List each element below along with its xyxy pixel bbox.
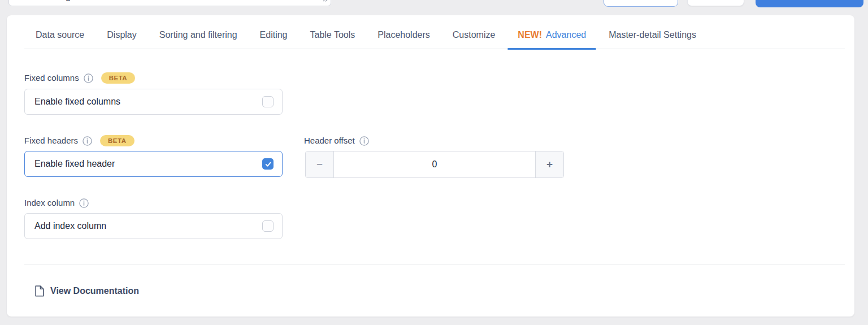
tab-master-detail-settings[interactable]: Master-detail Settings: [597, 21, 708, 49]
toolbar-secondary-button[interactable]: [604, 0, 678, 7]
enable-fixed-columns-row[interactable]: Enable fixed columns: [24, 89, 283, 115]
beta-badge: BETA: [100, 135, 134, 146]
index-column-label-row: Index column: [24, 197, 89, 209]
tab-sorting-and-filtering[interactable]: Sorting and filtering: [148, 21, 249, 49]
settings-card: Data source Display Sorting and filterin…: [7, 15, 854, 317]
fixed-columns-label: Fixed columns: [24, 73, 79, 83]
textarea[interactable]: g: [8, 0, 331, 6]
tab-bar: Data source Display Sorting and filterin…: [24, 21, 845, 49]
tab-customize[interactable]: Customize: [441, 21, 507, 49]
toolbar-cancel-button[interactable]: [687, 0, 744, 6]
header-offset-label-row: Header offset: [304, 135, 369, 146]
divider: [24, 265, 845, 265]
tab-table-tools[interactable]: Table Tools: [299, 21, 367, 49]
tab-placeholders[interactable]: Placeholders: [366, 21, 441, 49]
new-flag: NEW!: [518, 30, 542, 40]
tab-advanced[interactable]: NEW! Advanced: [506, 21, 597, 49]
enable-fixed-header-checkbox[interactable]: [262, 158, 274, 170]
enable-fixed-header-label: Enable fixed header: [34, 159, 115, 169]
document-icon: [35, 285, 44, 297]
info-icon[interactable]: [84, 73, 93, 83]
enable-fixed-columns-label: Enable fixed columns: [34, 97, 120, 107]
enable-fixed-header-row[interactable]: Enable fixed header: [24, 151, 283, 177]
fixed-headers-label-row: Fixed headers BETA: [24, 135, 134, 146]
view-documentation-label: View Documentation: [50, 286, 139, 296]
toolbar-primary-button[interactable]: [756, 0, 863, 7]
resize-handle-icon[interactable]: [322, 0, 329, 5]
header-offset-label: Header offset: [304, 136, 355, 145]
beta-badge: BETA: [101, 72, 135, 84]
decrement-button[interactable]: −: [306, 151, 334, 177]
tab-editing[interactable]: Editing: [249, 21, 299, 49]
index-column-label: Index column: [24, 198, 75, 207]
add-index-column-label: Add index column: [34, 221, 106, 231]
fixed-columns-label-row: Fixed columns BETA: [24, 72, 135, 84]
enable-fixed-columns-checkbox[interactable]: [262, 96, 274, 107]
textarea-text: g: [66, 0, 71, 1]
view-documentation-link[interactable]: View Documentation: [35, 285, 139, 297]
add-index-column-row[interactable]: Add index column: [24, 213, 283, 239]
info-icon[interactable]: [359, 136, 369, 146]
header-offset-input[interactable]: 0: [334, 151, 535, 177]
increment-button[interactable]: +: [535, 151, 563, 177]
info-icon[interactable]: [83, 136, 92, 146]
add-index-column-checkbox[interactable]: [262, 220, 274, 232]
header-offset-stepper: − 0 +: [305, 151, 564, 178]
settings-page: g Data source Display Sorting and filter…: [0, 0, 868, 325]
fixed-headers-label: Fixed headers: [24, 136, 78, 145]
tab-display[interactable]: Display: [96, 21, 147, 49]
tab-data-source[interactable]: Data source: [24, 21, 96, 49]
info-icon[interactable]: [79, 198, 89, 208]
